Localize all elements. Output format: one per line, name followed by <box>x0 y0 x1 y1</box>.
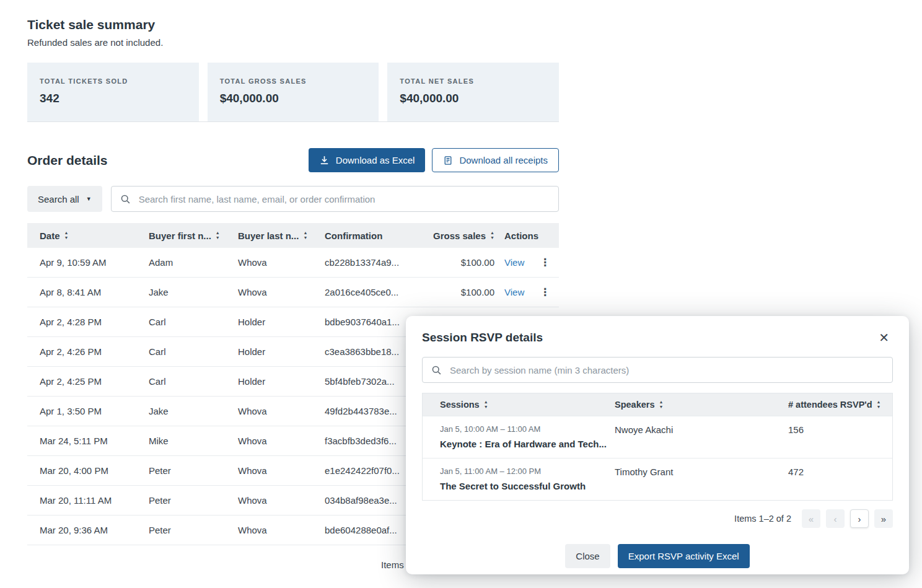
cell-attendees: 156 <box>788 424 892 435</box>
table-row: Apr 9, 10:59 AM Adam Whova cb228b13374a9… <box>27 248 559 278</box>
download-icon <box>319 155 330 165</box>
download-excel-button[interactable]: Download as Excel <box>309 148 426 172</box>
stats-row: TOTAL TICKETS SOLD 342 TOTAL GROSS SALES… <box>27 63 559 122</box>
column-label: Date <box>40 230 60 241</box>
view-link[interactable]: View <box>504 257 524 268</box>
sort-icon[interactable] <box>64 230 69 240</box>
cell-buyer-first: Mike <box>149 436 238 446</box>
cell-buyer-first: Peter <box>149 495 238 506</box>
cell-session: Jan 5, 11:00 AM – 12:00 PM The Secret to… <box>423 467 615 491</box>
cell-buyer-last: Whova <box>238 525 325 535</box>
first-page-icon[interactable]: « <box>802 509 820 528</box>
stat-value: 342 <box>40 92 187 105</box>
cell-buyer-last: Whova <box>238 495 325 506</box>
search-icon <box>431 365 442 375</box>
stat-label: TOTAL GROSS SALES <box>220 77 367 85</box>
kebab-menu-icon[interactable]: ⋮ <box>540 286 550 299</box>
cell-buyer-first: Jake <box>149 406 238 416</box>
last-page-icon[interactable]: » <box>874 509 893 528</box>
cell-date: Mar 24, 5:11 PM <box>27 436 149 446</box>
cell-gross-sales: $100.00 <box>430 287 498 297</box>
column-label: Buyer first n... <box>149 230 211 241</box>
download-excel-label: Download as Excel <box>336 155 415 165</box>
cell-buyer-first: Peter <box>149 465 238 476</box>
cell-buyer-last: Holder <box>238 346 325 357</box>
column-label: Gross sales <box>433 230 486 241</box>
sessions-table: Sessions Speakers # attendees RSVP'd Jan… <box>422 393 893 501</box>
column-header-attendees[interactable]: # attendees RSVP'd <box>788 400 892 410</box>
session-time: Jan 5, 11:00 AM – 12:00 PM <box>440 467 615 476</box>
search-row: Search all ▼ <box>27 186 559 212</box>
column-header-buyer-first[interactable]: Buyer first n... <box>149 230 238 241</box>
page-subtitle: Refunded sales are not included. <box>27 37 559 48</box>
cell-date: Apr 2, 4:28 PM <box>27 317 149 327</box>
cell-buyer-first: Carl <box>149 376 238 387</box>
cell-attendees: 472 <box>788 467 892 477</box>
stat-card-tickets-sold: TOTAL TICKETS SOLD 342 <box>27 63 199 121</box>
search-filter-dropdown[interactable]: Search all ▼ <box>27 186 102 212</box>
export-rsvp-button[interactable]: Export RSVP activity Excel <box>618 544 750 568</box>
cell-confirmation: cb228b13374a9... <box>325 257 430 268</box>
column-header-speakers[interactable]: Speakers <box>615 400 788 410</box>
next-page-icon[interactable]: › <box>850 509 869 528</box>
cell-date: Mar 20, 11:11 AM <box>27 495 149 506</box>
session-row: Jan 5, 11:00 AM – 12:00 PM The Secret to… <box>423 458 892 500</box>
sort-icon[interactable] <box>490 230 494 240</box>
cell-date: Apr 9, 10:59 AM <box>27 257 149 268</box>
kebab-menu-icon[interactable]: ⋮ <box>540 256 550 269</box>
cell-buyer-first: Adam <box>149 257 238 268</box>
column-label: Actions <box>504 230 538 241</box>
search-icon <box>120 194 131 204</box>
column-header-sessions[interactable]: Sessions <box>423 400 615 410</box>
cell-speaker: Timothy Grant <box>615 467 788 477</box>
sort-icon[interactable] <box>484 400 488 410</box>
column-label: Speakers <box>615 400 655 410</box>
column-label: Buyer last n... <box>238 230 299 241</box>
stat-card-net-sales: TOTAL NET SALES $40,000.00 <box>387 63 559 121</box>
prev-page-icon[interactable]: ‹ <box>826 509 845 528</box>
modal-header: Session RSVP details ✕ <box>422 331 893 344</box>
cell-buyer-first: Peter <box>149 525 238 535</box>
stat-label: TOTAL TICKETS SOLD <box>40 77 187 85</box>
download-receipts-label: Download all receipts <box>459 155 548 165</box>
page-title: Ticket sale summary <box>27 17 559 32</box>
column-header-date[interactable]: Date <box>27 230 149 241</box>
session-row: Jan 5, 10:00 AM – 11:00 AM Keynote : Era… <box>423 416 892 458</box>
order-details-title: Order details <box>27 153 108 168</box>
sort-icon[interactable] <box>216 230 220 240</box>
download-receipts-button[interactable]: Download all receipts <box>432 148 559 172</box>
stat-card-gross-sales: TOTAL GROSS SALES $40,000.00 <box>208 63 379 121</box>
column-header-actions: Actions <box>498 230 559 241</box>
cell-date: Apr 8, 8:41 AM <box>27 287 149 297</box>
order-search-input[interactable] <box>138 193 550 205</box>
cell-actions: View ⋮ <box>498 286 559 299</box>
session-search-box <box>422 357 893 383</box>
table-row: Apr 8, 8:41 AM Jake Whova 2a016ce405ce0.… <box>27 278 559 307</box>
stat-label: TOTAL NET SALES <box>400 77 547 85</box>
cell-buyer-last: Whova <box>238 436 325 446</box>
session-search-input[interactable] <box>449 364 884 376</box>
chevron-down-icon: ▼ <box>86 196 92 202</box>
stat-value: $40,000.00 <box>220 92 367 105</box>
cell-date: Apr 2, 4:26 PM <box>27 346 149 357</box>
cell-buyer-first: Jake <box>149 287 238 297</box>
cell-buyer-last: Whova <box>238 465 325 476</box>
column-header-buyer-last[interactable]: Buyer last n... <box>238 230 325 241</box>
order-details-header: Order details Download as Excel Download… <box>27 148 559 172</box>
column-header-confirmation: Confirmation <box>325 230 430 241</box>
close-button[interactable]: Close <box>565 544 610 568</box>
cell-actions: View ⋮ <box>498 256 559 269</box>
modal-pagination: Items 1–2 of 2 « ‹ › » <box>422 509 893 528</box>
column-header-gross-sales[interactable]: Gross sales <box>430 230 498 241</box>
sort-icon[interactable] <box>877 400 881 410</box>
cell-confirmation: 2a016ce405ce0... <box>325 287 430 297</box>
cell-buyer-last: Holder <box>238 376 325 387</box>
cell-gross-sales: $100.00 <box>430 257 498 268</box>
view-link[interactable]: View <box>504 287 524 297</box>
header-buttons: Download as Excel Download all receipts <box>309 148 559 172</box>
sort-icon[interactable] <box>303 230 307 240</box>
sort-icon[interactable] <box>659 400 664 410</box>
cell-buyer-first: Carl <box>149 346 238 357</box>
close-icon[interactable]: ✕ <box>875 331 893 344</box>
receipt-icon <box>443 156 453 165</box>
